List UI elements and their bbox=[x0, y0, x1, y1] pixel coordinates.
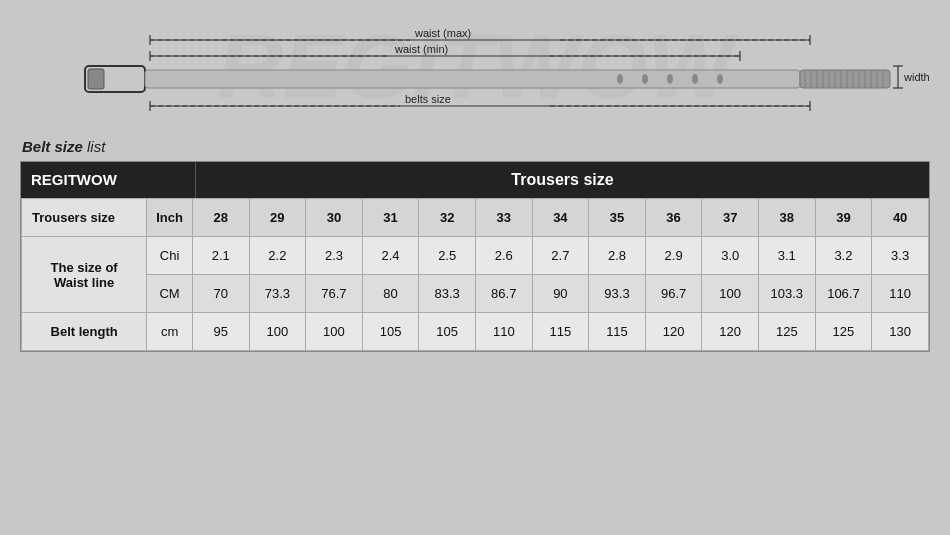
width-label: width bbox=[903, 71, 930, 83]
trousers-header-cell: Trousers size bbox=[196, 162, 929, 198]
th-29: 29 bbox=[249, 199, 306, 237]
cm-35: 93.3 bbox=[589, 275, 646, 313]
size-table: REGITWOW Trousers size Trousers size Inc… bbox=[20, 161, 930, 352]
chi-28: 2.1 bbox=[192, 237, 249, 275]
th-39: 39 bbox=[815, 199, 872, 237]
chi-32: 2.5 bbox=[419, 237, 476, 275]
th-38: 38 bbox=[759, 199, 816, 237]
chi-36: 2.9 bbox=[645, 237, 702, 275]
svg-point-16 bbox=[642, 74, 648, 84]
cm-37: 100 bbox=[702, 275, 759, 313]
th-33: 33 bbox=[475, 199, 532, 237]
svg-point-15 bbox=[617, 74, 623, 84]
belt-length-unit: cm bbox=[147, 313, 193, 351]
th-40: 40 bbox=[872, 199, 929, 237]
chi-34: 2.7 bbox=[532, 237, 589, 275]
belt-33: 110 bbox=[475, 313, 532, 351]
svg-rect-13 bbox=[88, 69, 104, 89]
belt-39: 125 bbox=[815, 313, 872, 351]
th-inch: Inch bbox=[147, 199, 193, 237]
cm-39: 106.7 bbox=[815, 275, 872, 313]
cm-32: 83.3 bbox=[419, 275, 476, 313]
belt-30: 100 bbox=[306, 313, 363, 351]
waist-label-cell: The size ofWaist line bbox=[22, 237, 147, 313]
th-31: 31 bbox=[362, 199, 419, 237]
belt-28: 95 bbox=[192, 313, 249, 351]
chi-37: 3.0 bbox=[702, 237, 759, 275]
svg-point-19 bbox=[717, 74, 723, 84]
svg-rect-20 bbox=[800, 70, 890, 88]
belt-32: 105 bbox=[419, 313, 476, 351]
waist-chi-row: The size ofWaist line Chi 2.1 2.2 2.3 2.… bbox=[22, 237, 929, 275]
cm-34: 90 bbox=[532, 275, 589, 313]
th-37: 37 bbox=[702, 199, 759, 237]
cm-28: 70 bbox=[192, 275, 249, 313]
cm-38: 103.3 bbox=[759, 275, 816, 313]
cm-40: 110 bbox=[872, 275, 929, 313]
column-header-row: Trousers size Inch 28 29 30 31 32 33 34 … bbox=[22, 199, 929, 237]
chi-33: 2.6 bbox=[475, 237, 532, 275]
table-header: REGITWOW Trousers size bbox=[21, 162, 929, 198]
belt-36: 120 bbox=[645, 313, 702, 351]
cm-30: 76.7 bbox=[306, 275, 363, 313]
main-container: REGITWOW waist (max) waist (min) bbox=[0, 0, 950, 535]
th-35: 35 bbox=[589, 199, 646, 237]
svg-point-18 bbox=[692, 74, 698, 84]
waist-min-label: waist (min) bbox=[394, 43, 448, 55]
belts-size-label: belts size bbox=[405, 93, 451, 105]
belt-31: 105 bbox=[362, 313, 419, 351]
waist-cm-row: CM 70 73.3 76.7 80 83.3 86.7 90 93.3 96.… bbox=[22, 275, 929, 313]
th-trousers-size: Trousers size bbox=[22, 199, 147, 237]
waist-chi-unit: Chi bbox=[147, 237, 193, 275]
belt-29: 100 bbox=[249, 313, 306, 351]
th-28: 28 bbox=[192, 199, 249, 237]
belt-length-row: Belt length cm 95 100 100 105 105 110 11… bbox=[22, 313, 929, 351]
belt-34: 115 bbox=[532, 313, 589, 351]
svg-rect-14 bbox=[145, 70, 800, 88]
brand-cell: REGITWOW bbox=[21, 162, 196, 198]
th-30: 30 bbox=[306, 199, 363, 237]
th-36: 36 bbox=[645, 199, 702, 237]
belt-37: 120 bbox=[702, 313, 759, 351]
belt-35: 115 bbox=[589, 313, 646, 351]
th-32: 32 bbox=[419, 199, 476, 237]
cm-31: 80 bbox=[362, 275, 419, 313]
chi-29: 2.2 bbox=[249, 237, 306, 275]
belt-size-list-label: Belt size list bbox=[20, 138, 930, 155]
cm-29: 73.3 bbox=[249, 275, 306, 313]
waist-cm-unit: CM bbox=[147, 275, 193, 313]
chi-35: 2.8 bbox=[589, 237, 646, 275]
cm-33: 86.7 bbox=[475, 275, 532, 313]
chi-38: 3.1 bbox=[759, 237, 816, 275]
belt-diagram: REGITWOW waist (max) waist (min) bbox=[20, 18, 930, 128]
cm-36: 96.7 bbox=[645, 275, 702, 313]
svg-point-17 bbox=[667, 74, 673, 84]
chi-39: 3.2 bbox=[815, 237, 872, 275]
waist-max-label: waist (max) bbox=[414, 27, 471, 39]
belt-length-label: Belt length bbox=[22, 313, 147, 351]
data-table: Trousers size Inch 28 29 30 31 32 33 34 … bbox=[21, 198, 929, 351]
svg-text:REGITWOW: REGITWOW bbox=[218, 18, 740, 117]
th-34: 34 bbox=[532, 199, 589, 237]
belt-svg: REGITWOW waist (max) waist (min) bbox=[20, 18, 930, 128]
chi-40: 3.3 bbox=[872, 237, 929, 275]
belt-40: 130 bbox=[872, 313, 929, 351]
chi-31: 2.4 bbox=[362, 237, 419, 275]
belt-38: 125 bbox=[759, 313, 816, 351]
chi-30: 2.3 bbox=[306, 237, 363, 275]
